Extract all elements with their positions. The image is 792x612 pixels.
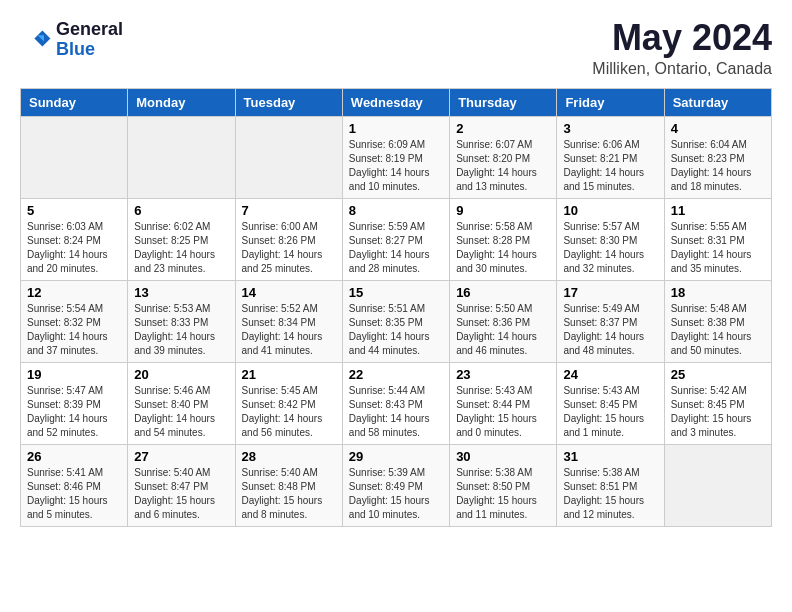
calendar-cell: 17Sunrise: 5:49 AM Sunset: 8:37 PM Dayli…: [557, 281, 664, 363]
day-number: 12: [27, 285, 121, 300]
calendar-cell: [664, 445, 771, 527]
day-header-wednesday: Wednesday: [342, 89, 449, 117]
day-number: 2: [456, 121, 550, 136]
day-header-saturday: Saturday: [664, 89, 771, 117]
calendar-cell: 31Sunrise: 5:38 AM Sunset: 8:51 PM Dayli…: [557, 445, 664, 527]
day-number: 4: [671, 121, 765, 136]
day-info: Sunrise: 6:07 AM Sunset: 8:20 PM Dayligh…: [456, 138, 550, 194]
calendar-cell: 24Sunrise: 5:43 AM Sunset: 8:45 PM Dayli…: [557, 363, 664, 445]
calendar-cell: 11Sunrise: 5:55 AM Sunset: 8:31 PM Dayli…: [664, 199, 771, 281]
title-area: May 2024 Milliken, Ontario, Canada: [592, 20, 772, 78]
day-number: 22: [349, 367, 443, 382]
day-number: 31: [563, 449, 657, 464]
page-header: General Blue May 2024 Milliken, Ontario,…: [20, 20, 772, 78]
day-number: 28: [242, 449, 336, 464]
day-number: 13: [134, 285, 228, 300]
day-info: Sunrise: 5:59 AM Sunset: 8:27 PM Dayligh…: [349, 220, 443, 276]
day-info: Sunrise: 6:04 AM Sunset: 8:23 PM Dayligh…: [671, 138, 765, 194]
calendar-week-4: 19Sunrise: 5:47 AM Sunset: 8:39 PM Dayli…: [21, 363, 772, 445]
day-number: 21: [242, 367, 336, 382]
calendar-week-2: 5Sunrise: 6:03 AM Sunset: 8:24 PM Daylig…: [21, 199, 772, 281]
calendar-cell: 5Sunrise: 6:03 AM Sunset: 8:24 PM Daylig…: [21, 199, 128, 281]
logo-line2: Blue: [56, 40, 123, 60]
day-number: 18: [671, 285, 765, 300]
day-info: Sunrise: 5:51 AM Sunset: 8:35 PM Dayligh…: [349, 302, 443, 358]
month-title: May 2024: [592, 20, 772, 56]
day-number: 14: [242, 285, 336, 300]
day-number: 16: [456, 285, 550, 300]
calendar-week-5: 26Sunrise: 5:41 AM Sunset: 8:46 PM Dayli…: [21, 445, 772, 527]
calendar-cell: [235, 117, 342, 199]
day-info: Sunrise: 5:45 AM Sunset: 8:42 PM Dayligh…: [242, 384, 336, 440]
day-number: 3: [563, 121, 657, 136]
day-info: Sunrise: 5:38 AM Sunset: 8:50 PM Dayligh…: [456, 466, 550, 522]
day-info: Sunrise: 5:38 AM Sunset: 8:51 PM Dayligh…: [563, 466, 657, 522]
calendar-cell: 23Sunrise: 5:43 AM Sunset: 8:44 PM Dayli…: [450, 363, 557, 445]
calendar-cell: 19Sunrise: 5:47 AM Sunset: 8:39 PM Dayli…: [21, 363, 128, 445]
calendar-cell: 28Sunrise: 5:40 AM Sunset: 8:48 PM Dayli…: [235, 445, 342, 527]
day-number: 17: [563, 285, 657, 300]
calendar-cell: 6Sunrise: 6:02 AM Sunset: 8:25 PM Daylig…: [128, 199, 235, 281]
calendar-cell: 9Sunrise: 5:58 AM Sunset: 8:28 PM Daylig…: [450, 199, 557, 281]
day-number: 9: [456, 203, 550, 218]
day-number: 5: [27, 203, 121, 218]
calendar-cell: [21, 117, 128, 199]
day-info: Sunrise: 5:46 AM Sunset: 8:40 PM Dayligh…: [134, 384, 228, 440]
day-info: Sunrise: 5:40 AM Sunset: 8:47 PM Dayligh…: [134, 466, 228, 522]
calendar-cell: 20Sunrise: 5:46 AM Sunset: 8:40 PM Dayli…: [128, 363, 235, 445]
day-number: 25: [671, 367, 765, 382]
day-info: Sunrise: 5:48 AM Sunset: 8:38 PM Dayligh…: [671, 302, 765, 358]
calendar-cell: 10Sunrise: 5:57 AM Sunset: 8:30 PM Dayli…: [557, 199, 664, 281]
day-info: Sunrise: 5:57 AM Sunset: 8:30 PM Dayligh…: [563, 220, 657, 276]
day-header-monday: Monday: [128, 89, 235, 117]
day-header-sunday: Sunday: [21, 89, 128, 117]
day-number: 6: [134, 203, 228, 218]
day-number: 29: [349, 449, 443, 464]
logo: General Blue: [20, 20, 123, 60]
calendar-cell: 13Sunrise: 5:53 AM Sunset: 8:33 PM Dayli…: [128, 281, 235, 363]
day-number: 15: [349, 285, 443, 300]
calendar-cell: 26Sunrise: 5:41 AM Sunset: 8:46 PM Dayli…: [21, 445, 128, 527]
calendar-cell: 25Sunrise: 5:42 AM Sunset: 8:45 PM Dayli…: [664, 363, 771, 445]
calendar-cell: 14Sunrise: 5:52 AM Sunset: 8:34 PM Dayli…: [235, 281, 342, 363]
calendar-cell: 18Sunrise: 5:48 AM Sunset: 8:38 PM Dayli…: [664, 281, 771, 363]
logo-text: General Blue: [56, 20, 123, 60]
day-info: Sunrise: 6:02 AM Sunset: 8:25 PM Dayligh…: [134, 220, 228, 276]
day-info: Sunrise: 5:49 AM Sunset: 8:37 PM Dayligh…: [563, 302, 657, 358]
location-subtitle: Milliken, Ontario, Canada: [592, 60, 772, 78]
day-header-thursday: Thursday: [450, 89, 557, 117]
calendar-cell: 3Sunrise: 6:06 AM Sunset: 8:21 PM Daylig…: [557, 117, 664, 199]
day-header-tuesday: Tuesday: [235, 89, 342, 117]
day-number: 30: [456, 449, 550, 464]
calendar-cell: 30Sunrise: 5:38 AM Sunset: 8:50 PM Dayli…: [450, 445, 557, 527]
day-number: 27: [134, 449, 228, 464]
calendar-cell: 29Sunrise: 5:39 AM Sunset: 8:49 PM Dayli…: [342, 445, 449, 527]
calendar-cell: 22Sunrise: 5:44 AM Sunset: 8:43 PM Dayli…: [342, 363, 449, 445]
calendar-cell: 2Sunrise: 6:07 AM Sunset: 8:20 PM Daylig…: [450, 117, 557, 199]
day-number: 8: [349, 203, 443, 218]
day-number: 20: [134, 367, 228, 382]
calendar-cell: 1Sunrise: 6:09 AM Sunset: 8:19 PM Daylig…: [342, 117, 449, 199]
day-number: 10: [563, 203, 657, 218]
calendar-week-3: 12Sunrise: 5:54 AM Sunset: 8:32 PM Dayli…: [21, 281, 772, 363]
day-info: Sunrise: 5:40 AM Sunset: 8:48 PM Dayligh…: [242, 466, 336, 522]
day-info: Sunrise: 5:52 AM Sunset: 8:34 PM Dayligh…: [242, 302, 336, 358]
day-number: 24: [563, 367, 657, 382]
calendar-cell: 7Sunrise: 6:00 AM Sunset: 8:26 PM Daylig…: [235, 199, 342, 281]
day-number: 11: [671, 203, 765, 218]
day-number: 1: [349, 121, 443, 136]
day-info: Sunrise: 6:03 AM Sunset: 8:24 PM Dayligh…: [27, 220, 121, 276]
calendar-cell: 8Sunrise: 5:59 AM Sunset: 8:27 PM Daylig…: [342, 199, 449, 281]
day-header-friday: Friday: [557, 89, 664, 117]
day-info: Sunrise: 5:42 AM Sunset: 8:45 PM Dayligh…: [671, 384, 765, 440]
day-info: Sunrise: 6:00 AM Sunset: 8:26 PM Dayligh…: [242, 220, 336, 276]
calendar-cell: 12Sunrise: 5:54 AM Sunset: 8:32 PM Dayli…: [21, 281, 128, 363]
logo-icon: [20, 24, 52, 56]
day-info: Sunrise: 6:09 AM Sunset: 8:19 PM Dayligh…: [349, 138, 443, 194]
calendar-cell: 15Sunrise: 5:51 AM Sunset: 8:35 PM Dayli…: [342, 281, 449, 363]
calendar-cell: [128, 117, 235, 199]
calendar-header-row: SundayMondayTuesdayWednesdayThursdayFrid…: [21, 89, 772, 117]
calendar-week-1: 1Sunrise: 6:09 AM Sunset: 8:19 PM Daylig…: [21, 117, 772, 199]
calendar-cell: 21Sunrise: 5:45 AM Sunset: 8:42 PM Dayli…: [235, 363, 342, 445]
day-info: Sunrise: 5:41 AM Sunset: 8:46 PM Dayligh…: [27, 466, 121, 522]
